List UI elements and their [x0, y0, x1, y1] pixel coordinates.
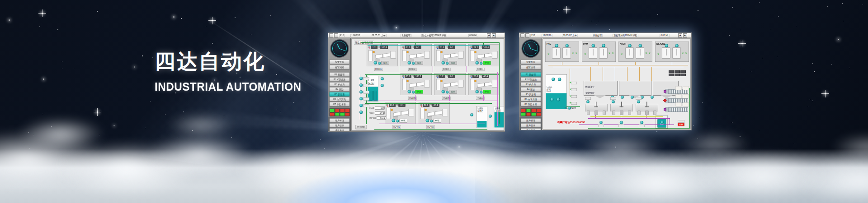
sidebar-button-exit-system[interactable]: 退出系统 [521, 128, 541, 130]
pump-icon [408, 61, 411, 65]
alarm-status-grid [330, 108, 350, 116]
pump-icon [476, 90, 479, 94]
titlebar-button[interactable] [329, 33, 333, 37]
valve-icon: ✳ [685, 52, 687, 55]
pipe-segment [467, 66, 467, 72]
valve-icon: ✳ [575, 52, 577, 55]
pipe-segment [670, 118, 670, 125]
pump-icon [378, 62, 381, 65]
pipe-segment [635, 62, 636, 65]
sidebar-button-alarm-view[interactable]: 报警查看 [521, 60, 541, 64]
star-icon [741, 43, 743, 44]
pump-icon [392, 119, 396, 123]
pump-icon [612, 100, 615, 103]
pipe-segment [548, 65, 688, 65]
sidebar-nav-p5[interactable]: P5 反渗透 [521, 92, 541, 97]
sidebar-nav-p6[interactable]: P6 化学清洗 [330, 97, 350, 102]
value-chip [669, 74, 674, 76]
ro-tag: RO401 [392, 125, 401, 129]
cloud-puff [581, 134, 662, 163]
value-chip [571, 88, 577, 91]
pipe-segment [553, 67, 684, 67]
titlebar-field: 210 [339, 33, 345, 37]
sidebar-nav-p4[interactable]: P4 超滤 [330, 87, 350, 92]
prev-page-button[interactable]: ◄ [678, 33, 682, 37]
valve-icon: ✳ [569, 102, 571, 104]
pump-icon [586, 100, 590, 103]
value-chip [680, 74, 686, 76]
pipe-segment [590, 116, 663, 117]
sidebar-button-user-login[interactable]: 用户登录 [521, 123, 541, 128]
sidebar-nav-p3[interactable]: P3 多介质 [330, 82, 350, 87]
sidebar-button-user-login[interactable]: 用户登录 [330, 123, 350, 128]
pump-icon [381, 77, 384, 80]
pump-icon [480, 91, 483, 94]
next-page-button[interactable]: ► [492, 33, 496, 37]
pipe-segment [415, 95, 416, 101]
value-chip [680, 70, 686, 73]
pipe-segment [639, 67, 640, 81]
titlebar-time: 09:05:01 上午 [371, 33, 387, 37]
value-chip [675, 74, 680, 76]
cloud-puff [678, 132, 750, 157]
sidebar-nav-p1-active[interactable]: P1 预处理 [521, 72, 541, 77]
sidebar-nav-p7[interactable]: P7 除盐水箱 [521, 102, 541, 106]
value-chip [675, 70, 680, 73]
sidebar-nav-p7[interactable]: P7 除盐水箱 [330, 102, 350, 106]
pipe-segment [433, 66, 433, 72]
ro-unit: ▲ CT29.2FT105.6 产水 [468, 44, 500, 66]
hmi-sidebar: 报警查看 报警浏览 P1 预处理 P2 V型滤池 P3 多介质 P4 超滤 P5… [328, 38, 351, 131]
sidebar-button-alarm-view[interactable]: 报警查看 [330, 60, 350, 64]
pipe-segment [603, 67, 603, 81]
sidebar-nav-p6[interactable]: P6 化学清洗 [521, 97, 541, 102]
star-icon [812, 63, 813, 64]
sidebar-button-user-admin[interactable]: 用户管理 [521, 118, 541, 123]
star-icon [780, 60, 780, 60]
valve-icon: ✳ [621, 53, 623, 55]
value-chip [636, 97, 642, 100]
tank-l1901: L1901 2.3 [546, 74, 567, 109]
sidebar-button-alarm-browse[interactable]: 报警浏览 [330, 65, 350, 69]
pipe-segment [483, 43, 484, 45]
window-titlebar: 210 12/02/16 09:05:01 上午 设备处理 除盐水处理100M³… [328, 33, 505, 38]
sidebar-nav-p5-active[interactable]: P5 反渗透 [330, 92, 350, 97]
valve-icon: ✳ [584, 53, 586, 55]
pump-icon [359, 111, 363, 114]
sidebar-button-user-admin[interactable]: 用户管理 [330, 118, 350, 123]
pump-icon [489, 115, 492, 118]
brand-title-english: INDUSTRIAL AUTOMATION [155, 80, 302, 93]
sludge-tank [636, 104, 658, 111]
prev-page-button[interactable]: ◄ [487, 33, 491, 37]
sidebar-nav-p3[interactable]: P3 多介质 [521, 82, 541, 87]
pump-icon [602, 44, 606, 48]
sidebar-nav-p2[interactable]: P2 V型滤池 [521, 77, 541, 82]
valve-icon: ✳ [569, 95, 571, 97]
pump-icon [412, 91, 415, 94]
sidebar-nav-p1[interactable]: P1 预处理 [330, 72, 350, 77]
titlebar-button[interactable] [525, 33, 529, 37]
titlebar-button[interactable] [334, 33, 338, 37]
meter-value: 473.1 [377, 116, 386, 120]
value-chip [571, 82, 577, 84]
dosing-unit-naoh: NaOH ✳ ✳ ✳ [618, 42, 652, 62]
tank-value: 2.57 [478, 110, 484, 113]
pump-icon [550, 98, 554, 102]
sidebar-button-exit-system[interactable]: 退出系统 [330, 128, 350, 131]
titlebar-button[interactable] [520, 33, 524, 37]
next-page-button[interactable]: ► [683, 33, 687, 37]
pump-icon [640, 121, 643, 124]
indicator-box [675, 94, 682, 98]
pipe-segment [449, 95, 450, 101]
ro-unit: ▲ CT1.2FT0.1 停机 [434, 73, 466, 95]
sidebar-button-alarm-browse[interactable]: 报警浏览 [521, 65, 541, 69]
alarm-value-box: 0.0 [678, 123, 684, 126]
pipe-segment [562, 62, 562, 65]
sidebar-nav-p4[interactable]: P4 超滤 [521, 87, 541, 92]
pump-icon [628, 44, 632, 48]
value-chip [571, 102, 577, 105]
pump-icon [359, 90, 363, 94]
sidebar-nav-p2[interactable]: P2 V型滤池 [330, 77, 350, 82]
pump-icon [566, 44, 569, 48]
tank-value: 4.38 [368, 82, 374, 85]
start-stop-control-button[interactable]: 启停控制 [355, 125, 367, 129]
